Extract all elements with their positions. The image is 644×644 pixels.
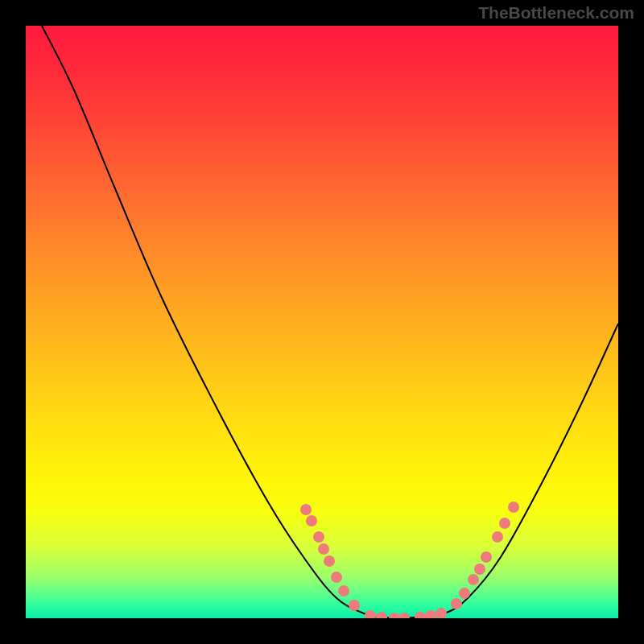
data-marker: [481, 551, 492, 563]
attribution-text: TheBottleneck.com: [478, 3, 634, 23]
data-marker: [492, 531, 503, 543]
data-marker: [459, 588, 470, 599]
data-marker: [425, 610, 436, 618]
data-marker: [499, 518, 510, 529]
data-marker: [324, 555, 335, 567]
v-curve: [42, 26, 618, 618]
data-marker: [398, 613, 410, 618]
data-marker: [318, 543, 329, 555]
data-marker: [468, 574, 479, 585]
data-marker: [365, 610, 376, 618]
markers-left: [300, 504, 360, 611]
plot-area: [26, 26, 618, 618]
data-marker: [474, 564, 485, 575]
data-marker: [313, 531, 324, 543]
data-marker: [338, 585, 349, 597]
markers-bottom: [365, 608, 447, 618]
data-marker: [349, 600, 360, 611]
markers-right: [451, 502, 519, 609]
data-marker: [306, 515, 317, 526]
data-marker: [451, 598, 462, 609]
data-marker: [300, 504, 312, 515]
data-marker: [508, 502, 519, 513]
data-marker: [376, 612, 387, 618]
data-marker: [415, 612, 426, 618]
data-marker: [331, 572, 342, 583]
data-marker: [436, 608, 447, 618]
curve-layer: [26, 26, 618, 618]
data-marker: [389, 613, 400, 618]
